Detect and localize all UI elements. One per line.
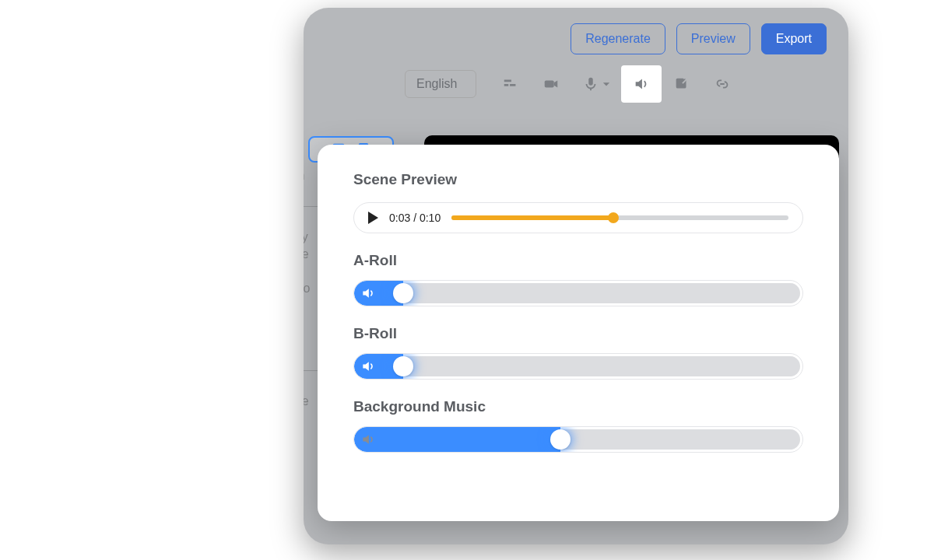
tool-mic[interactable] [571, 65, 621, 103]
tool-camera[interactable] [531, 65, 571, 103]
app-frame: Regenerate Preview Export English [304, 8, 848, 544]
chevron-down-icon [602, 80, 610, 88]
svg-rect-6 [676, 79, 686, 89]
progress-thumb[interactable] [608, 212, 619, 223]
scene-preview-player: 0:03 / 0:10 [353, 202, 803, 233]
svg-rect-2 [511, 84, 516, 86]
regenerate-button[interactable]: Regenerate [571, 23, 665, 54]
export-square-icon [673, 75, 690, 93]
bgm-empty [560, 429, 800, 450]
sliders-icon [502, 75, 519, 93]
tool-align[interactable] [490, 65, 531, 103]
volume-icon [360, 285, 376, 301]
language-select[interactable]: English [405, 70, 476, 98]
play-button[interactable] [368, 212, 378, 224]
bgm-fill [354, 427, 560, 452]
scene-preview-title: Scene Preview [353, 171, 803, 188]
export-button[interactable]: Export [761, 23, 827, 54]
progress-track[interactable] [451, 215, 788, 220]
svg-rect-3 [545, 80, 554, 87]
microphone-icon [582, 75, 599, 93]
bgm-thumb[interactable] [550, 429, 571, 450]
header-actions: Regenerate Preview Export [304, 8, 848, 65]
broll-thumb[interactable] [393, 356, 413, 376]
toolbar: English [304, 65, 848, 114]
aroll-volume-slider[interactable] [353, 280, 803, 306]
tool-expand[interactable] [662, 65, 702, 103]
svg-rect-1 [504, 84, 509, 86]
audio-mixer-modal: Scene Preview 0:03 / 0:10 A-Roll B-Roll [318, 145, 839, 521]
aroll-thumb[interactable] [393, 283, 413, 303]
svg-rect-4 [589, 78, 594, 86]
camera-icon [542, 75, 560, 93]
bgm-title: Background Music [353, 398, 803, 415]
broll-empty [403, 356, 800, 376]
svg-rect-0 [504, 80, 511, 82]
time-label: 0:03 / 0:10 [389, 212, 441, 224]
volume-icon [633, 75, 650, 93]
volume-icon [360, 359, 376, 374]
progress-fill [451, 215, 613, 220]
link-icon [714, 75, 731, 93]
bgm-volume-slider[interactable] [353, 426, 803, 453]
broll-volume-slider[interactable] [353, 353, 803, 380]
tool-volume[interactable] [621, 65, 662, 103]
language-label: English [416, 77, 457, 91]
aroll-empty [403, 283, 800, 303]
aroll-title: A-Roll [353, 252, 803, 269]
volume-icon [360, 432, 376, 447]
tool-link[interactable] [702, 65, 743, 103]
broll-title: B-Roll [353, 325, 803, 342]
preview-button[interactable]: Preview [676, 23, 750, 54]
svg-rect-5 [591, 89, 592, 91]
